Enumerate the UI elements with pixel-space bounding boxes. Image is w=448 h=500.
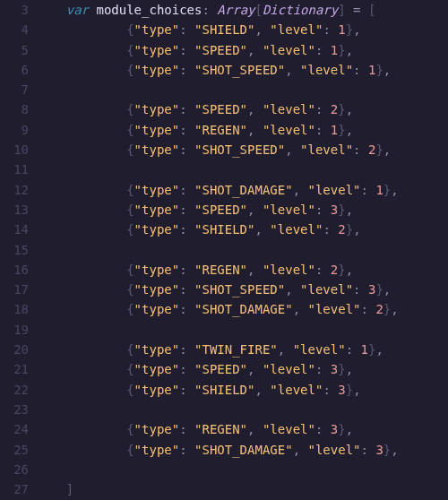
code-line[interactable] xyxy=(36,240,448,260)
code-editor[interactable]: 3456789101112131415161718192021222324252… xyxy=(0,0,448,500)
code-line[interactable]: {"type": "REGEN", "level": 2}, xyxy=(36,260,448,280)
code-line[interactable]: {"type": "SHIELD", "level": 2}, xyxy=(36,220,448,239)
line-number: 10 xyxy=(0,140,29,159)
code-line[interactable] xyxy=(36,80,448,99)
line-number: 23 xyxy=(0,400,29,419)
line-number: 14 xyxy=(0,220,29,239)
line-number: 20 xyxy=(0,340,29,359)
line-number: 12 xyxy=(0,180,29,200)
code-line[interactable] xyxy=(36,320,448,340)
code-line[interactable] xyxy=(36,400,448,419)
code-line[interactable]: {"type": "SHOT_DAMAGE", "level": 3}, xyxy=(36,440,448,460)
line-number: 15 xyxy=(0,240,29,260)
code-line[interactable]: {"type": "SHOT_DAMAGE", "level": 1}, xyxy=(36,180,448,200)
code-line[interactable]: {"type": "SHOT_SPEED", "level": 3}, xyxy=(36,280,448,299)
code-line[interactable]: {"type": "REGEN", "level": 1}, xyxy=(36,120,448,140)
code-line[interactable]: {"type": "SPEED", "level": 3}, xyxy=(36,359,448,379)
line-number: 6 xyxy=(0,60,29,80)
code-line[interactable]: {"type": "SHOT_SPEED", "level": 1}, xyxy=(36,60,448,80)
line-number: 11 xyxy=(0,159,29,179)
line-number: 16 xyxy=(0,260,29,280)
line-number: 26 xyxy=(0,460,29,479)
code-content[interactable]: var module_choices: Array[Dictionary] = … xyxy=(36,0,448,500)
code-line[interactable]: {"type": "SPEED", "level": 3}, xyxy=(36,200,448,220)
code-line[interactable]: {"type": "TWIN_FIRE", "level": 1}, xyxy=(36,340,448,359)
line-number: 25 xyxy=(0,440,29,460)
line-number: 3 xyxy=(0,0,29,20)
line-number: 13 xyxy=(0,200,29,220)
line-number: 18 xyxy=(0,299,29,319)
line-number: 24 xyxy=(0,419,29,439)
line-number: 17 xyxy=(0,280,29,299)
line-number: 5 xyxy=(0,40,29,60)
code-line[interactable]: var module_choices: Array[Dictionary] = … xyxy=(36,0,448,20)
line-number: 8 xyxy=(0,99,29,119)
line-number: 27 xyxy=(0,479,29,499)
code-line[interactable]: {"type": "SHOT_SPEED", "level": 2}, xyxy=(36,140,448,159)
code-line[interactable]: {"type": "SHIELD", "level": 3}, xyxy=(36,380,448,400)
line-number: 22 xyxy=(0,380,29,400)
code-line[interactable]: {"type": "SPEED", "level": 2}, xyxy=(36,99,448,119)
code-line[interactable]: {"type": "REGEN", "level": 3}, xyxy=(36,419,448,439)
code-line[interactable]: {"type": "SHOT_DAMAGE", "level": 2}, xyxy=(36,299,448,319)
line-number: 9 xyxy=(0,120,29,140)
code-line[interactable]: ] xyxy=(36,479,448,499)
code-line[interactable] xyxy=(36,460,448,479)
line-number: 21 xyxy=(0,359,29,379)
code-line[interactable]: {"type": "SPEED", "level": 1}, xyxy=(36,40,448,60)
line-number-gutter: 3456789101112131415161718192021222324252… xyxy=(0,0,36,500)
code-line[interactable] xyxy=(36,159,448,179)
line-number: 19 xyxy=(0,320,29,340)
line-number: 7 xyxy=(0,80,29,99)
code-line[interactable]: {"type": "SHIELD", "level": 1}, xyxy=(36,20,448,39)
line-number: 4 xyxy=(0,20,29,39)
